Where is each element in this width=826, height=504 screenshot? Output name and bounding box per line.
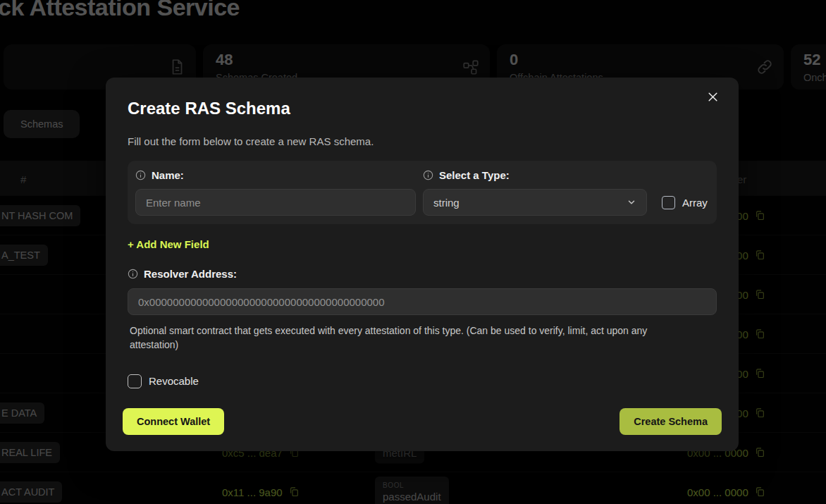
revocable-checkbox-row[interactable]: Revocable — [128, 374, 717, 388]
info-icon — [128, 269, 138, 279]
add-new-field-button[interactable]: + Add New Field — [128, 238, 209, 250]
array-checkbox-row[interactable]: Array — [662, 196, 709, 209]
revocable-checkbox-label: Revocable — [149, 375, 199, 387]
type-label: Select a Type: — [423, 169, 647, 181]
resolver-address-input[interactable] — [128, 288, 717, 315]
modal-footer: Connect Wallet Create Schema — [123, 408, 722, 435]
connect-wallet-button[interactable]: Connect Wallet — [123, 408, 224, 435]
array-checkbox[interactable] — [662, 196, 675, 209]
modal-subtitle: Fill out the form below to create a new … — [128, 135, 717, 147]
resolver-address-label: Resolver Address: — [128, 268, 717, 280]
array-checkbox-label: Array — [682, 197, 708, 209]
type-select-value: string — [433, 197, 460, 209]
name-input[interactable] — [135, 189, 416, 216]
modal-title: Create RAS Schema — [128, 99, 717, 118]
chevron-down-icon — [627, 197, 636, 207]
create-schema-button[interactable]: Create Schema — [620, 408, 722, 435]
close-icon[interactable] — [703, 87, 722, 106]
revocable-checkbox[interactable] — [128, 374, 142, 388]
info-icon — [423, 170, 433, 180]
type-select[interactable]: string — [423, 189, 647, 216]
name-label: Name: — [135, 169, 416, 181]
resolver-help-text: Optional smart contract that gets execut… — [128, 324, 691, 352]
info-icon — [135, 170, 146, 180]
create-schema-modal: Create RAS Schema Fill out the form belo… — [106, 78, 739, 451]
schema-field-editor: Name: Select a Type: string Array — [128, 161, 717, 224]
